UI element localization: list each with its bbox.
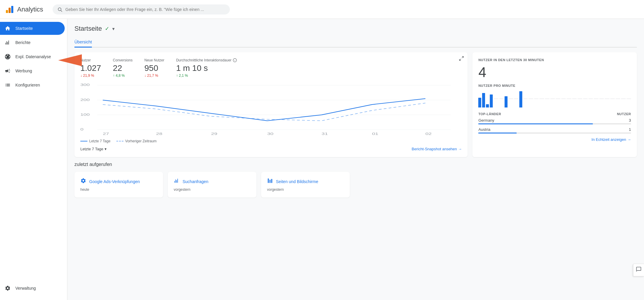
page-header-icons: ✓ ▾: [105, 25, 116, 32]
svg-text:29: 29: [211, 132, 217, 136]
page-title: Startseite: [74, 25, 102, 32]
mini-bar-spacer: [588, 99, 593, 99]
metric-interaktionsdauer-label: Durchschnittliche Interaktionsdauer: [176, 58, 237, 62]
sidebar-bottom: Verwaltung: [0, 281, 67, 298]
metric-nutzer-change: ↓ 21,9 %: [80, 74, 101, 78]
search-input[interactable]: [65, 7, 225, 12]
metrics-top: Nutzer 1.027 ↓ 21,9 % Conversions 22 ↑ 4…: [80, 58, 462, 78]
mini-bar: [486, 104, 489, 107]
country-name-germany: Germany: [478, 118, 494, 123]
analytics-logo-icon: [5, 5, 14, 14]
search-bar[interactable]: [53, 4, 230, 14]
realtime-label: NUTZER IN DEN LETZTEN 30 MINUTEN: [478, 58, 631, 62]
recent-card-suchanfragen-title: Suchanfragen: [183, 179, 208, 184]
legend-item-current: Letzte 7 Tage: [80, 139, 110, 143]
metric-neue-nutzer-change: ↓ 21,7 %: [144, 74, 164, 78]
realtime-count: 4: [478, 64, 631, 80]
tab-bar: Übersicht: [74, 37, 637, 48]
mini-bar-spacer: [605, 99, 609, 99]
mini-bar-spacer: [561, 99, 566, 99]
metric-neue-nutzer-label: Neue Nutzer: [144, 58, 164, 62]
mini-bar: [505, 96, 508, 108]
metric-interaktionsdauer: Durchschnittliche Interaktionsdauer 1 m …: [176, 58, 237, 78]
svg-text:100: 100: [80, 113, 90, 116]
metric-conversions-value: 22: [113, 63, 133, 73]
top-countries: TOP-LÄNDER NUTZER Germany 3: [478, 112, 631, 133]
recent-card-google-ads[interactable]: Google Ads-Verknüpfungen heute: [74, 172, 163, 198]
chart-svg: 300 200 100 0 27 Okt. 28 29: [80, 82, 462, 136]
mini-bar-spacer: [528, 99, 533, 99]
svg-rect-29: [268, 179, 269, 183]
metric-conversions-change: ↑ 4,8 %: [113, 74, 133, 78]
sidebar-item-verwaltung[interactable]: Verwaltung: [0, 282, 65, 295]
bar-chart-icon: [5, 40, 11, 45]
sidebar-item-konfigurieren[interactable]: Konfigurieren: [0, 79, 65, 92]
mini-bar-spacer: [621, 99, 625, 99]
mini-bar-spacer: [578, 99, 582, 99]
home-icon: [5, 25, 11, 31]
country-row-austria: Austria 1: [478, 127, 631, 133]
mini-bar-spacer: [599, 99, 604, 99]
sidebar-item-berichte[interactable]: Berichte: [0, 36, 65, 49]
sidebar-item-werbung[interactable]: Werbung: [0, 64, 65, 77]
country-users-germany: 3: [629, 118, 631, 123]
metric-neue-nutzer: Neue Nutzer 950 ↓ 21,7 %: [144, 58, 164, 78]
fullscreen-button[interactable]: [459, 56, 464, 63]
recent-card-suchanfragen-time: vorgestern: [174, 187, 251, 192]
legend-label-current: Letzte 7 Tage: [89, 139, 110, 143]
svg-rect-2: [11, 6, 13, 13]
settings-icon: [5, 285, 11, 291]
svg-text:28: 28: [156, 132, 162, 136]
metric-nutzer-label: Nutzer: [80, 58, 101, 62]
svg-text:300: 300: [80, 83, 90, 87]
sidebar-item-startseite[interactable]: Startseite: [0, 22, 65, 35]
mini-bar-spacer: [572, 99, 577, 99]
recent-card-suchanfragen[interactable]: Suchanfragen vorgestern: [168, 172, 256, 198]
recent-card-seiten[interactable]: Seiten und Bildschirme vorgestern: [261, 172, 350, 198]
mini-bar-spacer: [567, 99, 571, 99]
svg-text:Okt.: Okt.: [99, 135, 109, 136]
feedback-button[interactable]: [633, 264, 644, 276]
sidebar-label-verwaltung: Verwaltung: [15, 286, 36, 291]
mini-bar-spacer: [583, 99, 588, 99]
legend-item-previous: Vorheriger Zeitraum: [116, 139, 157, 143]
svg-text:Nov.: Nov.: [368, 135, 379, 136]
app-logo: Analytics: [5, 5, 43, 14]
line-chart: 300 200 100 0 27 Okt. 28 29: [80, 82, 462, 136]
svg-text:31: 31: [322, 132, 328, 136]
topbar: Analytics: [0, 0, 644, 19]
search-icon: [57, 7, 62, 12]
period-selector[interactable]: Letzte 7 Tage ▾: [80, 147, 107, 151]
mini-bar: [482, 93, 485, 108]
mini-bar-spacer: [627, 99, 631, 99]
recent-card-seiten-time: vorgestern: [267, 187, 344, 192]
svg-rect-30: [269, 180, 270, 183]
realtime-link[interactable]: In Echtzeit anzeigen →: [591, 137, 631, 142]
svg-text:0: 0: [80, 128, 84, 131]
realtime-footer: In Echtzeit anzeigen →: [478, 137, 631, 142]
tab-uebersicht[interactable]: Übersicht: [74, 37, 92, 48]
cards-row: Nutzer 1.027 ↓ 21,9 % Conversions 22 ↑ 4…: [74, 52, 637, 157]
list-icon: [5, 82, 11, 88]
recent-card-google-ads-time: heute: [80, 187, 157, 192]
page-dropdown-button[interactable]: ▾: [111, 25, 116, 32]
recent-cards: Google Ads-Verknüpfungen heute Suchanfra…: [74, 172, 637, 198]
layout: Startseite Berichte Expl. Datenanalyse W…: [0, 19, 644, 300]
svg-text:02: 02: [425, 132, 432, 136]
sidebar-item-expl-datenanalyse[interactable]: Expl. Datenanalyse: [0, 50, 65, 63]
mini-bar-spacer: [494, 99, 498, 99]
svg-rect-31: [271, 179, 272, 183]
mini-bar: [478, 98, 481, 107]
legend-label-previous: Vorheriger Zeitraum: [125, 139, 157, 143]
country-bar-austria: [478, 133, 516, 133]
metric-nutzer-value: 1.027: [80, 63, 101, 73]
snapshot-link[interactable]: Bericht-Snapshot ansehen →: [412, 147, 462, 151]
bar-chart-icon: [174, 178, 180, 185]
mini-bar: [490, 94, 493, 107]
mini-bar-spacer: [594, 99, 598, 99]
mini-bar-spacer: [550, 99, 555, 99]
sidebar-label-konfigurieren: Konfigurieren: [15, 83, 40, 87]
mini-bar-spacer: [514, 99, 518, 99]
sidebar-label-expl-datenanalyse: Expl. Datenanalyse: [15, 54, 51, 59]
legend-line-solid: [80, 141, 87, 141]
